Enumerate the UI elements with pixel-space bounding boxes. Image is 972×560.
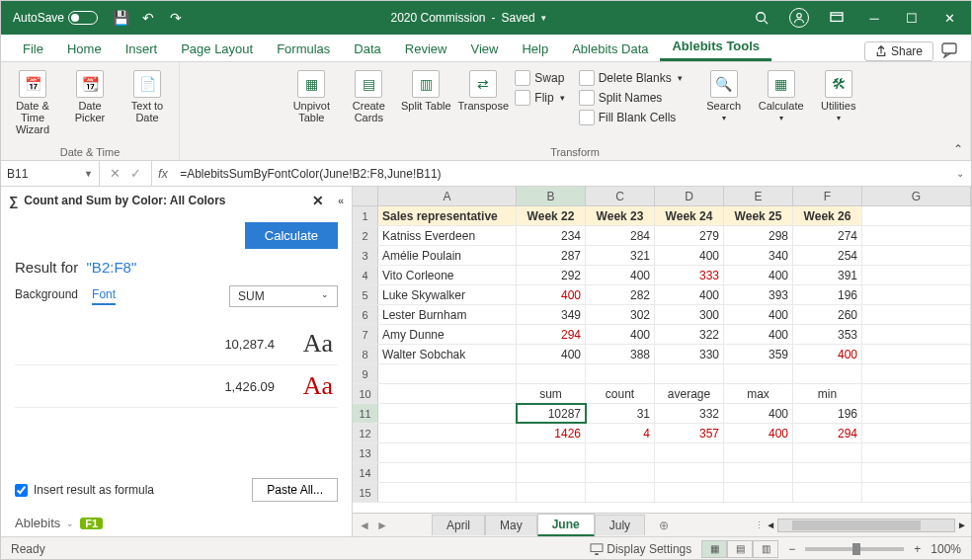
cell[interactable] (378, 384, 517, 403)
cell[interactable] (793, 463, 862, 482)
tab-help[interactable]: Help (510, 37, 560, 61)
cell-name[interactable]: Luke Skywalker (378, 285, 517, 304)
cell-header[interactable]: Week 26 (793, 206, 862, 225)
summary-label[interactable]: min (793, 384, 862, 403)
split-table-button[interactable]: ▥Split Table (400, 66, 451, 112)
summary-value[interactable]: 31 (586, 404, 655, 423)
row-header[interactable]: 8 (353, 345, 378, 363)
tab-ablebits-tools[interactable]: Ablebits Tools (660, 34, 771, 61)
transpose-button[interactable]: ⇄Transpose (457, 66, 509, 112)
select-all-corner[interactable] (353, 187, 378, 205)
zoom-out-button[interactable]: − (788, 542, 795, 556)
view-page-break-icon[interactable]: ▥ (753, 540, 778, 558)
cell[interactable] (862, 424, 971, 442)
redo-icon[interactable]: ↷ (167, 9, 185, 27)
cell[interactable] (517, 443, 586, 462)
cell[interactable] (378, 483, 517, 502)
cell[interactable]: 254 (793, 246, 862, 265)
summary-value[interactable]: 400 (724, 424, 793, 442)
cell[interactable] (862, 404, 971, 423)
row-header[interactable]: 13 (353, 443, 378, 462)
cell[interactable]: 391 (793, 266, 862, 284)
cell[interactable]: 400 (517, 285, 586, 304)
row-header[interactable]: 12 (353, 424, 378, 442)
col-header-e[interactable]: E (724, 187, 793, 205)
cell[interactable] (517, 483, 586, 502)
flip-button[interactable]: Flip▾ (515, 90, 564, 106)
maximize-icon[interactable]: ☐ (902, 8, 922, 28)
calculate-tool-button[interactable]: ▦Calculate▾ (756, 66, 807, 122)
search-icon[interactable] (752, 8, 771, 28)
cell[interactable] (793, 364, 862, 383)
row-header[interactable]: 11 (353, 404, 378, 423)
user-avatar-icon[interactable] (789, 8, 809, 28)
sheet-tab-may[interactable]: May (485, 515, 537, 535)
cell[interactable]: 287 (517, 246, 586, 265)
cell-header[interactable]: Week 25 (724, 206, 793, 225)
cell[interactable] (793, 483, 862, 502)
cell[interactable] (862, 345, 971, 363)
share-button[interactable]: Share (864, 41, 933, 61)
cell[interactable]: 400 (724, 325, 793, 344)
aggregate-select[interactable]: SUM⌄ (229, 285, 338, 307)
cell[interactable]: 393 (724, 285, 793, 304)
cell[interactable]: 333 (655, 266, 724, 284)
cell[interactable] (586, 463, 655, 482)
cell[interactable] (586, 483, 655, 502)
cell[interactable] (655, 364, 724, 383)
tab-insert[interactable]: Insert (114, 37, 170, 61)
cell[interactable] (862, 246, 971, 265)
row-header[interactable]: 15 (353, 483, 378, 502)
cell[interactable] (378, 463, 517, 482)
ribbon-display-icon[interactable] (827, 8, 847, 28)
row-header[interactable]: 9 (353, 364, 378, 383)
cell[interactable]: 300 (655, 305, 724, 324)
summary-value[interactable]: 400 (724, 404, 793, 423)
cell[interactable]: 298 (724, 226, 793, 245)
zoom-slider[interactable] (805, 547, 904, 551)
cell[interactable]: 400 (655, 285, 724, 304)
cell[interactable] (862, 226, 971, 245)
row-header[interactable]: 5 (353, 285, 378, 304)
cell[interactable]: 388 (586, 345, 655, 363)
cell[interactable] (724, 483, 793, 502)
create-cards-button[interactable]: ▤Create Cards (343, 66, 394, 123)
cell-name[interactable]: Vito Corleone (378, 266, 517, 284)
summary-value[interactable]: 294 (793, 424, 862, 442)
save-icon[interactable]: 💾 (112, 9, 129, 27)
cell[interactable]: 302 (586, 305, 655, 324)
autosave-toggle[interactable]: AutoSave (13, 11, 98, 25)
summary-value[interactable]: 196 (793, 404, 862, 423)
help-icon[interactable]: F1 (80, 518, 103, 529)
cell[interactable]: 400 (724, 305, 793, 324)
view-normal-icon[interactable]: ▦ (701, 540, 727, 558)
summary-value[interactable]: 1426 (517, 424, 586, 442)
row-header[interactable]: 1 (353, 206, 378, 225)
panel-close-icon[interactable]: ✕ (312, 193, 324, 208)
cell-header[interactable]: Week 23 (586, 206, 655, 225)
col-header-d[interactable]: D (655, 187, 724, 205)
unpivot-table-button[interactable]: ▦Unpivot Table (285, 66, 337, 123)
tab-review[interactable]: Review (393, 37, 459, 61)
cell[interactable]: 322 (655, 325, 724, 344)
summary-value[interactable]: 10287 (517, 404, 586, 423)
cell[interactable] (517, 364, 586, 383)
cell[interactable]: 400 (655, 246, 724, 265)
tab-page-layout[interactable]: Page Layout (169, 37, 265, 61)
panel-collapse-icon[interactable]: « (338, 195, 344, 206)
summary-label[interactable]: sum (517, 384, 586, 403)
row-header[interactable]: 6 (353, 305, 378, 324)
cell[interactable] (862, 364, 971, 383)
cell-name[interactable]: Walter Sobchak (378, 345, 517, 363)
date-picker-button[interactable]: 📆Date Picker (64, 66, 116, 123)
collapse-ribbon-icon[interactable]: ⌃ (953, 142, 963, 156)
summary-label[interactable]: average (655, 384, 724, 403)
row-header[interactable]: 3 (353, 246, 378, 265)
cell[interactable]: 274 (793, 226, 862, 245)
checkbox-input[interactable] (15, 484, 28, 497)
date-time-wizard-button[interactable]: 📅Date & Time Wizard (7, 66, 58, 135)
summary-label[interactable]: count (586, 384, 655, 403)
tab-ablebits-data[interactable]: Ablebits Data (560, 37, 660, 61)
cancel-formula-icon[interactable]: ✕ (110, 166, 121, 181)
cell[interactable] (655, 443, 724, 462)
